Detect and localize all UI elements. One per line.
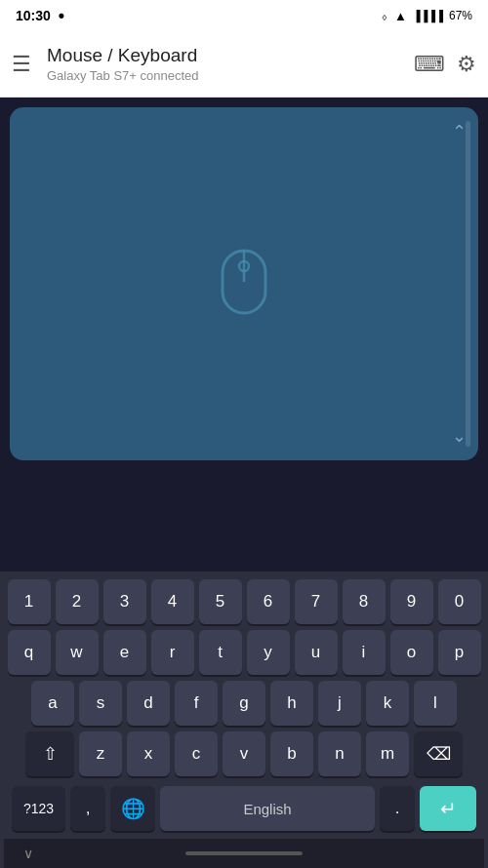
key-l[interactable]: l — [414, 681, 457, 726]
key-v[interactable]: v — [223, 731, 265, 776]
app-title: Mouse / Keyboard — [47, 45, 414, 66]
period-key[interactable]: . — [380, 786, 415, 831]
key-k[interactable]: k — [366, 681, 409, 726]
shift-key[interactable]: ⇧ — [25, 731, 74, 776]
signal-icon: ▐▐▐▐ — [413, 10, 443, 21]
key-e[interactable]: e — [103, 630, 146, 675]
status-dot: • — [59, 6, 64, 26]
key-d[interactable]: d — [127, 681, 170, 726]
settings-icon[interactable]: ⚙ — [457, 52, 476, 77]
bottom-row: ?123 , 🌐 English . ↵ — [4, 782, 484, 839]
key-f[interactable]: f — [175, 681, 218, 726]
collapse-arrow[interactable]: ∨ — [23, 846, 33, 861]
asdf-row: a s d f g h j k l — [4, 681, 484, 726]
comma-key[interactable]: , — [70, 786, 105, 831]
key-i[interactable]: i — [343, 630, 386, 675]
key-n[interactable]: n — [318, 731, 361, 776]
app-subtitle: Galaxy Tab S7+ connected — [47, 68, 414, 83]
mouse-cursor-icon — [219, 247, 269, 321]
zxcv-row: ⇧ z x c v b n m ⌫ — [4, 731, 484, 776]
status-bar: 10:30 • ⬨ ▲ ▐▐▐▐ 67% — [0, 0, 488, 31]
number-row: 1 2 3 4 5 6 7 8 9 0 — [4, 579, 484, 624]
menu-button[interactable]: ☰ — [12, 52, 31, 77]
status-time-area: 10:30 • — [16, 6, 64, 26]
wifi-icon: ▲ — [394, 9, 407, 23]
key-z[interactable]: z — [79, 731, 122, 776]
key-c[interactable]: c — [175, 731, 218, 776]
key-p[interactable]: p — [438, 630, 481, 675]
enter-key[interactable]: ↵ — [420, 786, 476, 831]
key-r[interactable]: r — [151, 630, 194, 675]
key-o[interactable]: o — [390, 630, 433, 675]
key-w[interactable]: w — [56, 630, 99, 675]
status-time: 10:30 — [16, 8, 51, 23]
app-bar-title-area: Mouse / Keyboard Galaxy Tab S7+ connecte… — [47, 45, 414, 83]
language-key[interactable]: English — [160, 786, 375, 831]
key-4[interactable]: 4 — [151, 579, 194, 624]
enter-icon: ↵ — [440, 797, 457, 820]
app-bar: ☰ Mouse / Keyboard Galaxy Tab S7+ connec… — [0, 31, 488, 98]
key-y[interactable]: y — [247, 630, 290, 675]
key-q[interactable]: q — [8, 630, 51, 675]
key-x[interactable]: x — [127, 731, 170, 776]
key-g[interactable]: g — [223, 681, 265, 726]
app-bar-actions: ⌨ ⚙ — [414, 52, 476, 77]
bluetooth-icon: ⬨ — [381, 9, 388, 23]
key-0[interactable]: 0 — [438, 579, 481, 624]
key-5[interactable]: 5 — [199, 579, 242, 624]
keyboard-area: 1 2 3 4 5 6 7 8 9 0 q w e r t y u i o p … — [0, 572, 488, 868]
key-m[interactable]: m — [366, 731, 409, 776]
keyboard-handle[interactable]: ∨ — [4, 839, 484, 868]
key-8[interactable]: 8 — [343, 579, 386, 624]
key-1[interactable]: 1 — [8, 579, 51, 624]
numbers-toggle-key[interactable]: ?123 — [12, 786, 65, 831]
keyboard-icon[interactable]: ⌨ — [414, 52, 445, 77]
touchpad-area[interactable]: ⌃ ⌄ — [10, 107, 478, 460]
key-b[interactable]: b — [270, 731, 313, 776]
key-6[interactable]: 6 — [247, 579, 290, 624]
key-u[interactable]: u — [295, 630, 338, 675]
scroll-down-arrow[interactable]: ⌄ — [452, 425, 467, 447]
backspace-key[interactable]: ⌫ — [414, 731, 463, 776]
key-3[interactable]: 3 — [103, 579, 146, 624]
battery-icon: 67% — [449, 9, 472, 22]
key-7[interactable]: 7 — [295, 579, 338, 624]
key-t[interactable]: t — [199, 630, 242, 675]
key-h[interactable]: h — [270, 681, 313, 726]
scroll-up-arrow[interactable]: ⌃ — [452, 121, 467, 142]
key-2[interactable]: 2 — [56, 579, 99, 624]
key-j[interactable]: j — [318, 681, 361, 726]
key-a[interactable]: a — [31, 681, 74, 726]
key-s[interactable]: s — [79, 681, 122, 726]
globe-key[interactable]: 🌐 — [110, 786, 155, 831]
status-icons: ⬨ ▲ ▐▐▐▐ 67% — [381, 9, 472, 23]
key-9[interactable]: 9 — [390, 579, 433, 624]
handle-bar — [185, 851, 303, 855]
qwerty-row: q w e r t y u i o p — [4, 630, 484, 675]
scroll-track — [466, 121, 470, 447]
